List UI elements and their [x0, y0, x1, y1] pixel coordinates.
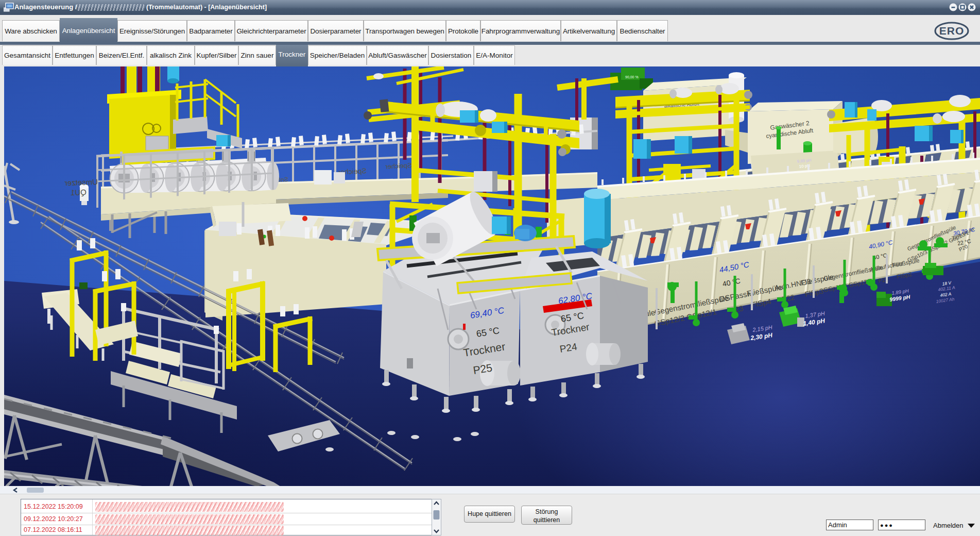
svg-text:90,00 %: 90,00 % [625, 75, 639, 79]
svg-text:QU1: QU1 [71, 188, 87, 197]
svg-text:ERO: ERO [939, 25, 965, 37]
svg-text:Speicher: Speicher [385, 161, 412, 171]
svg-text:Umsetzer: Umsetzer [64, 177, 98, 187]
